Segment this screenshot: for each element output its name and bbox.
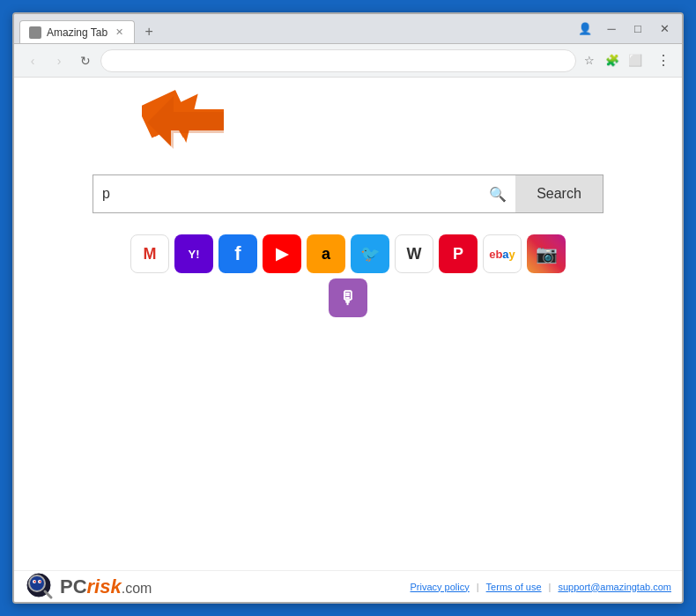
address-bar: ‹ › ↻ ☆ 🧩 ⬜ ⋮ xyxy=(14,44,682,78)
maximize-button[interactable]: □ xyxy=(626,17,650,41)
search-input-icon: 🔍 xyxy=(489,186,507,203)
quick-link-youtube[interactable]: ▶ xyxy=(263,234,301,273)
quick-link-yahoo[interactable]: Y! xyxy=(174,234,213,273)
footer-links: Privacy policy | Terms of use | support@… xyxy=(411,582,672,592)
pcrisk-logo-icon xyxy=(25,571,56,603)
logo-risk: risk xyxy=(87,575,122,597)
footer-sep-1: | xyxy=(477,582,479,592)
search-area: 🔍 Search xyxy=(93,174,603,213)
tab-close-button[interactable]: ✕ xyxy=(113,26,125,39)
close-button[interactable]: ✕ xyxy=(652,17,677,41)
browser-menu-button[interactable]: ⋮ xyxy=(652,49,675,72)
cast-icon[interactable]: ⬜ xyxy=(626,51,645,71)
quick-link-facebook[interactable]: f xyxy=(218,234,257,273)
browser-window: Amazing Tab ✕ + 👤 ─ □ ✕ ‹ › ↻ ☆ 🧩 ⬜ ⋮ xyxy=(12,12,684,604)
quick-link-pinterest[interactable]: P xyxy=(439,234,478,273)
support-email-link[interactable]: support@amazingtab.com xyxy=(558,582,671,592)
title-bar: Amazing Tab ✕ + 👤 ─ □ ✕ xyxy=(14,14,682,44)
address-bar-icons: ☆ 🧩 ⬜ xyxy=(580,51,648,71)
logo-dotcom: .com xyxy=(122,581,152,596)
quick-link-ebay[interactable]: ebay xyxy=(483,234,522,273)
page-footer: PCrisk.com Privacy policy | Terms of use… xyxy=(14,570,682,602)
extensions-icon[interactable]: 🧩 xyxy=(603,51,622,71)
bookmark-icon[interactable]: ☆ xyxy=(580,51,599,71)
search-button[interactable]: Search xyxy=(515,174,603,213)
quick-links: M Y! f ▶ a 🐦 W P ebay 📷 🎙 xyxy=(119,234,577,317)
tab-favicon xyxy=(29,26,41,39)
terms-of-use-link[interactable]: Terms of use xyxy=(486,582,542,592)
quick-link-instagram[interactable]: 📷 xyxy=(527,234,566,273)
arrow-pointer xyxy=(144,93,224,167)
back-button[interactable]: ‹ xyxy=(21,49,44,72)
profile-button[interactable]: 👤 xyxy=(573,17,597,41)
privacy-policy-link[interactable]: Privacy policy xyxy=(411,582,470,592)
svg-marker-3 xyxy=(147,96,224,149)
footer-sep-2: | xyxy=(549,582,552,592)
forward-button[interactable]: › xyxy=(48,49,70,72)
logo-pc: PC xyxy=(60,575,87,597)
quick-link-wikipedia[interactable]: W xyxy=(395,234,433,273)
quick-link-gmail[interactable]: M xyxy=(130,234,169,273)
minimize-button[interactable]: ─ xyxy=(599,17,624,41)
active-tab[interactable]: Amazing Tab ✕ xyxy=(19,20,135,43)
quick-link-podcast[interactable]: 🎙 xyxy=(329,278,367,317)
page-content: 🔍 Search M Y! f ▶ a 🐦 W P ebay 📷 🎙 xyxy=(14,78,682,602)
svg-point-10 xyxy=(40,581,41,583)
url-box[interactable] xyxy=(100,49,576,72)
footer-logo-text: PCrisk.com xyxy=(60,575,152,598)
reload-button[interactable]: ↻ xyxy=(74,49,97,72)
search-input[interactable] xyxy=(102,186,489,202)
footer-logo: PCrisk.com xyxy=(25,571,152,603)
tab-area: Amazing Tab ✕ + xyxy=(14,14,573,43)
search-input-wrapper[interactable]: 🔍 xyxy=(93,174,515,213)
tab-title: Amazing Tab xyxy=(47,26,107,39)
quick-link-amazon[interactable]: a xyxy=(307,234,345,273)
svg-point-9 xyxy=(34,581,36,583)
quick-link-twitter[interactable]: 🐦 xyxy=(351,234,389,273)
new-tab-button[interactable]: + xyxy=(137,20,161,43)
window-controls: 👤 ─ □ ✕ xyxy=(573,14,682,43)
